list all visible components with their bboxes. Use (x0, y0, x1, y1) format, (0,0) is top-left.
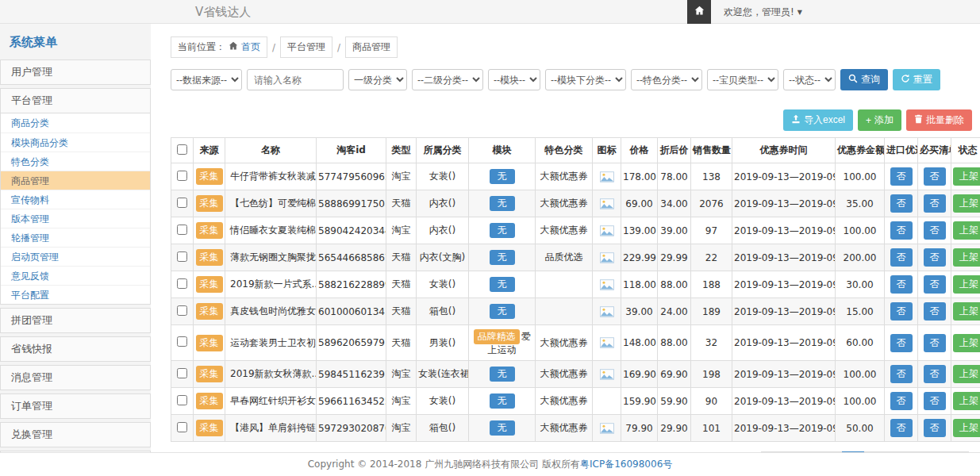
select-all-checkbox[interactable] (177, 144, 187, 155)
module-badge: 无 (490, 196, 515, 211)
must-buy-toggle[interactable]: 否 (924, 167, 946, 186)
home-button[interactable] (687, 0, 711, 24)
row-checkbox-cell (171, 361, 194, 388)
sidebar-subitem[interactable]: 版本管理 (1, 209, 150, 228)
taoke-id-cell: 598451162391 (317, 361, 386, 388)
discount-price-cell: 24.00 (658, 298, 691, 325)
sidebar-subitem[interactable]: 启动页管理 (1, 247, 150, 266)
sidebar-item[interactable]: 兑换管理 (1, 423, 150, 447)
import-select-toggle[interactable]: 否 (890, 392, 913, 410)
import-select-cell: 否 (885, 190, 918, 217)
import-select-cell: 否 (885, 271, 918, 298)
search-button[interactable]: 查询 (840, 69, 888, 90)
row-checkbox[interactable] (177, 251, 187, 262)
import-select-toggle[interactable]: 否 (890, 275, 913, 294)
row-checkbox[interactable] (177, 422, 187, 432)
status-button[interactable]: 上架 (953, 167, 980, 186)
filter-select-level1-category[interactable]: 一级分类 (348, 69, 407, 90)
sidebar-item[interactable]: 用户管理 (1, 60, 150, 84)
row-checkbox[interactable] (177, 368, 187, 378)
import-select-toggle[interactable]: 否 (890, 194, 913, 213)
import-select-toggle[interactable]: 否 (890, 419, 913, 437)
row-checkbox-cell (171, 244, 194, 271)
discount-price-cell: 29.99 (658, 244, 691, 271)
sidebar-subitem[interactable]: 模块商品分类 (1, 132, 150, 152)
add-button[interactable]: + 添加 (858, 109, 901, 131)
row-checkbox[interactable] (177, 395, 187, 405)
filter-bar: --数据来源--一级分类--二级分类----模块----模块下分类----特色分… (171, 69, 972, 90)
must-buy-toggle[interactable]: 否 (924, 194, 946, 213)
sidebar-item[interactable]: 订单管理 (1, 394, 150, 418)
status-button[interactable]: 上架 (953, 248, 980, 267)
import-icon (791, 114, 801, 126)
must-buy-toggle[interactable]: 否 (924, 302, 946, 321)
type-cell: 天猫 (386, 298, 417, 325)
filter-input-name-keyword[interactable] (247, 69, 344, 90)
import-select-toggle[interactable]: 否 (890, 248, 913, 267)
must-buy-toggle[interactable]: 否 (924, 365, 946, 383)
row-checkbox[interactable] (177, 198, 187, 208)
filter-select-feature-category[interactable]: --特色分类-- (631, 69, 702, 90)
row-checkbox[interactable] (177, 336, 187, 347)
sidebar-subitem[interactable]: 特色分类 (1, 152, 150, 171)
sales-cell: 2076 (691, 190, 732, 217)
status-button[interactable]: 上架 (953, 275, 980, 294)
row-checkbox[interactable] (177, 278, 187, 289)
import-select-toggle[interactable]: 否 (890, 302, 913, 321)
sidebar-subitem[interactable]: 商品分类 (1, 113, 150, 132)
import-select-toggle[interactable]: 否 (890, 221, 913, 240)
import-select-toggle[interactable]: 否 (890, 365, 913, 383)
sidebar-subitem[interactable]: 平台配置 (1, 285, 150, 304)
row-checkbox[interactable] (177, 171, 187, 181)
user-menu[interactable]: 欢迎您，管理员! ▼ (724, 6, 802, 19)
filter-select-module[interactable]: --模块-- (488, 69, 540, 90)
feature-cell: 大额优惠券 (536, 325, 593, 361)
feature-cell: 大额优惠券 (536, 190, 593, 217)
must-buy-toggle[interactable]: 否 (924, 275, 946, 294)
filter-select-status[interactable]: --状态-- (783, 69, 836, 90)
table-header-row: 来源名称淘客id类型所属分类模块特色分类图标价格折后价销售数量优惠券时间优惠券金… (171, 138, 980, 163)
sidebar-item[interactable]: 平台管理 (1, 89, 150, 113)
reset-button[interactable]: 重置 (893, 69, 940, 90)
breadcrumb-item: 平台管理 (280, 36, 332, 58)
must-buy-toggle[interactable]: 否 (924, 392, 946, 410)
batch-delete-button[interactable]: 批量删除 (906, 109, 972, 131)
icp-link[interactable]: 粤ICP备16098006号 (580, 459, 672, 470)
must-buy-toggle[interactable]: 否 (924, 419, 946, 437)
source-badge: 采集 (196, 366, 223, 382)
status-button[interactable]: 上架 (953, 302, 980, 321)
must-buy-toggle[interactable]: 否 (924, 248, 946, 267)
taoke-id-cell: 589042420344 (317, 217, 386, 244)
sidebar-subitem[interactable]: 商品管理 (1, 171, 150, 190)
filter-select-data-source[interactable]: --数据来源-- (171, 69, 242, 90)
source-badge: 采集 (196, 168, 223, 185)
sidebar-subitem[interactable]: 轮播管理 (1, 228, 150, 247)
import-select-toggle[interactable]: 否 (890, 334, 913, 352)
must-buy-toggle[interactable]: 否 (924, 334, 946, 352)
filter-select-item-type[interactable]: --宝贝类型-- (707, 69, 778, 90)
status-button[interactable]: 上架 (953, 194, 980, 213)
breadcrumb-home-link[interactable]: 首页 (241, 40, 260, 54)
import-select-toggle[interactable]: 否 (890, 167, 913, 186)
sidebar-item[interactable]: 省钱快报 (1, 337, 150, 361)
sidebar-subitem[interactable]: 宣传物料 (1, 190, 150, 209)
breadcrumb-item: 商品管理 (345, 36, 398, 58)
module-cell: 无 (469, 271, 536, 298)
filter-select-level2-category[interactable]: --二级分类-- (412, 69, 483, 90)
filter-select-module-subcategory[interactable]: --模块下分类-- (545, 69, 626, 90)
status-button[interactable]: 上架 (953, 392, 980, 410)
coupon-time-cell: 2019-09-13—2019-09-17 (732, 244, 836, 271)
status-button[interactable]: 上架 (953, 334, 980, 352)
row-checkbox[interactable] (177, 225, 187, 235)
status-button[interactable]: 上架 (953, 419, 980, 437)
status-button[interactable]: 上架 (953, 365, 980, 383)
must-buy-toggle[interactable]: 否 (924, 221, 946, 240)
sidebar-item[interactable]: 拼团管理 (1, 309, 150, 332)
row-checkbox[interactable] (177, 305, 187, 316)
status-button[interactable]: 上架 (953, 221, 980, 240)
sidebar-item[interactable]: 消息管理 (1, 366, 150, 390)
name-cell: 真皮钱包时尚优雅女士... (225, 298, 317, 325)
sidebar-subitem[interactable]: 意见反馈 (1, 266, 150, 285)
column-header: 销售数量 (691, 138, 732, 163)
import-excel-button[interactable]: 导入excel (783, 109, 853, 131)
